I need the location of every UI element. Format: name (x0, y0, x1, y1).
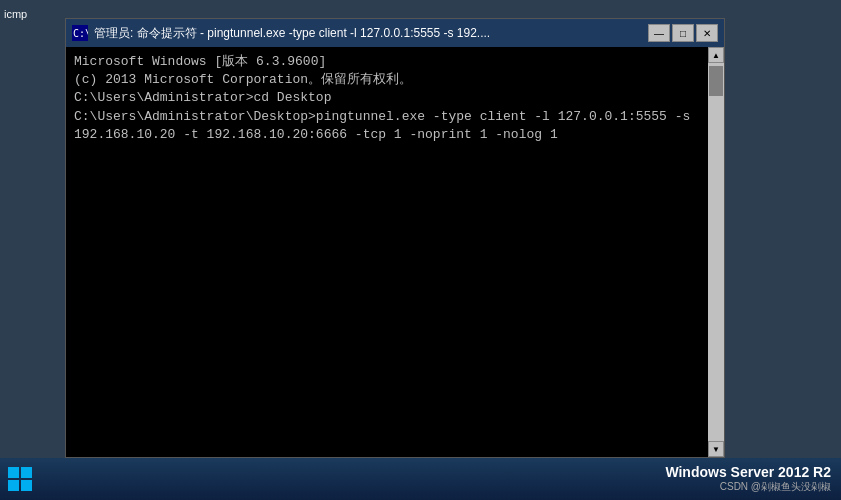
windows-logo-icon (8, 467, 32, 491)
taskbar-subtitle: CSDN @剁椒鱼头没剁椒 (720, 480, 831, 494)
desktop: icmp C:\ 管理员: 命令提示符 - pingtunnel.exe -ty… (0, 0, 841, 500)
svg-text:C:\: C:\ (73, 28, 88, 39)
svg-rect-2 (8, 467, 19, 478)
title-bar: C:\ 管理员: 命令提示符 - pingtunnel.exe -type cl… (66, 19, 724, 47)
svg-rect-3 (21, 467, 32, 478)
scrollbar-down-button[interactable]: ▼ (708, 441, 724, 457)
os-name: Windows Server 2012 R2 (665, 464, 831, 480)
scrollbar-up-button[interactable]: ▲ (708, 47, 724, 63)
cmd-icon: C:\ (72, 25, 88, 41)
cmd-line: C:\Users\Administrator>cd Desktop (74, 89, 700, 107)
cmd-line: 192.168.10.20 -t 192.168.10.20:6666 -tcp… (74, 126, 700, 144)
start-button[interactable] (0, 467, 44, 491)
svg-rect-5 (21, 480, 32, 491)
taskbar: Windows Server 2012 R2 CSDN @剁椒鱼头没剁椒 (0, 458, 841, 500)
window-title: 管理员: 命令提示符 - pingtunnel.exe -type client… (94, 25, 642, 42)
cmd-text-area[interactable]: Microsoft Windows [版本 6.3.9600](c) 2013 … (66, 47, 708, 457)
cmd-line: C:\Users\Administrator\Desktop>pingtunne… (74, 108, 700, 126)
window-controls: — □ ✕ (648, 24, 718, 42)
cmd-line: Microsoft Windows [版本 6.3.9600] (74, 53, 700, 71)
maximize-button[interactable]: □ (672, 24, 694, 42)
close-button[interactable]: ✕ (696, 24, 718, 42)
scrollbar-track[interactable] (708, 63, 724, 441)
cmd-content: Microsoft Windows [版本 6.3.9600](c) 2013 … (66, 47, 724, 457)
cmd-line: (c) 2013 Microsoft Corporation。保留所有权利。 (74, 71, 700, 89)
svg-rect-4 (8, 480, 19, 491)
minimize-button[interactable]: — (648, 24, 670, 42)
cmd-window: C:\ 管理员: 命令提示符 - pingtunnel.exe -type cl… (65, 18, 725, 458)
scrollbar-thumb[interactable] (709, 66, 723, 96)
taskbar-right: Windows Server 2012 R2 CSDN @剁椒鱼头没剁椒 (665, 464, 841, 494)
icmp-label: icmp (4, 8, 27, 20)
scrollbar[interactable]: ▲ ▼ (708, 47, 724, 457)
